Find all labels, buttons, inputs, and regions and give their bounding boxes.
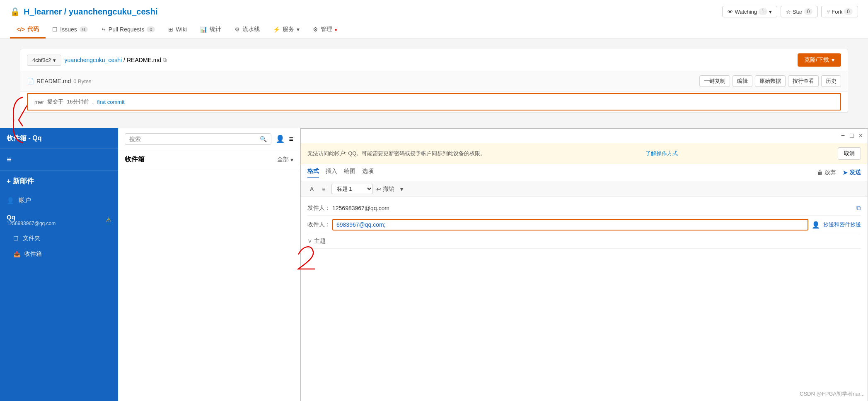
file-title: 📄 README.md 0 Bytes [27, 78, 92, 84]
clone-download-button[interactable]: 克隆/下载 ▾ [798, 53, 841, 67]
tab-wiki[interactable]: ⊞ Wiki [162, 22, 193, 38]
tab-stats[interactable]: 📊 统计 [193, 22, 228, 38]
star-count: 0 [804, 8, 813, 15]
code-icon: </> [17, 26, 25, 33]
watching-count: 1 [759, 8, 767, 15]
commit-author: rner [34, 99, 44, 105]
eye-icon: 👁 [728, 9, 733, 15]
file-icon: 📄 [27, 78, 34, 84]
breadcrumb-file: README.md [127, 57, 161, 63]
fork-button[interactable]: ⑂ Fork 0 [821, 6, 858, 17]
commit-time: 16分钟前 [67, 98, 89, 106]
breadcrumb: yuanchengcuku_ceshi / README.md ⧉ [65, 57, 167, 63]
fork-icon: ⑂ [827, 9, 830, 15]
tab-code[interactable]: </> 代码 [10, 22, 46, 38]
one-click-copy-button[interactable]: 一键复制 [699, 75, 730, 87]
repo-file-panel: 4cbf3c2 ▾ yuanchengcuku_ceshi / README.m… [20, 49, 848, 113]
pipeline-icon: ⚙ [235, 26, 240, 33]
edit-button[interactable]: 编辑 [733, 75, 752, 87]
branch-dropdown[interactable]: 4cbf3c2 ▾ [27, 55, 61, 66]
commit-action: 提交于 [47, 98, 63, 106]
repo-full-title: H_learner / yuanchengcuku_ceshi [24, 7, 157, 17]
tab-pipeline[interactable]: ⚙ 流水线 [228, 22, 266, 38]
manage-icon: ⚙ [313, 26, 318, 33]
chevron-services-icon: ▾ [297, 26, 300, 33]
stats-icon: 📊 [200, 26, 207, 33]
raw-button[interactable]: 原始数据 [755, 75, 786, 87]
copy-path-icon[interactable]: ⧉ [163, 57, 167, 63]
tab-pull-requests[interactable]: ⤷ Pull Requests 0 [94, 22, 162, 38]
history-button[interactable]: 历史 [821, 75, 841, 87]
star-button[interactable]: ☆ Star 0 [781, 6, 818, 17]
breadcrumb-separator: / [123, 57, 125, 63]
services-icon: ⚡ [273, 26, 280, 33]
repo-nav: </> 代码 ☐ Issues 0 ⤷ Pull Requests 0 ⊞ Wi… [10, 22, 858, 38]
branch-bar: 4cbf3c2 ▾ yuanchengcuku_ceshi / README.m… [20, 49, 848, 71]
tab-manage[interactable]: ⚙ 管理 ● [306, 22, 344, 38]
star-icon: ☆ [786, 9, 791, 15]
repo-actions: 👁 Watching 1 ▾ ☆ Star 0 ⑂ Fork 0 [722, 6, 858, 17]
wiki-icon: ⊞ [168, 26, 173, 33]
repo-content-area: 4cbf3c2 ▾ yuanchengcuku_ceshi / README.m… [0, 39, 868, 113]
breadcrumb-repo-link[interactable]: yuanchengcuku_ceshi [65, 57, 122, 63]
commit-message-link[interactable]: first commit [97, 99, 124, 105]
tab-issues[interactable]: ☐ Issues 0 [46, 22, 94, 38]
manage-dot: ● [335, 27, 337, 32]
fork-count: 0 [844, 8, 853, 15]
line-view-button[interactable]: 按行查看 [788, 75, 819, 87]
tab-services[interactable]: ⚡ 服务 ▾ [266, 22, 306, 38]
watching-button[interactable]: 👁 Watching 1 ▾ [722, 6, 777, 17]
chevron-down-icon: ▾ [769, 9, 772, 15]
issues-icon: ☐ [52, 26, 58, 33]
commit-bar: rner 提交于 16分钟前 . first commit [27, 93, 841, 110]
pr-icon: ⤷ [101, 26, 106, 33]
repo-title: 🔒 H_learner / yuanchengcuku_ceshi [10, 7, 157, 17]
gitea-header: 🔒 H_learner / yuanchengcuku_ceshi 👁 Watc… [0, 0, 868, 39]
chevron-clone-icon: ▾ [832, 57, 834, 63]
commit-separator: . [92, 99, 94, 105]
file-header: 📄 README.md 0 Bytes 一键复制 编辑 原始数据 按行查看 历史 [20, 71, 848, 91]
chevron-branch-icon: ▾ [53, 57, 56, 63]
branch-selector: 4cbf3c2 ▾ yuanchengcuku_ceshi / README.m… [27, 55, 167, 66]
repo-title-bar: 🔒 H_learner / yuanchengcuku_ceshi 👁 Watc… [10, 0, 858, 22]
file-actions: 一键复制 编辑 原始数据 按行查看 历史 [699, 75, 841, 87]
lock-icon: 🔒 [10, 7, 20, 17]
